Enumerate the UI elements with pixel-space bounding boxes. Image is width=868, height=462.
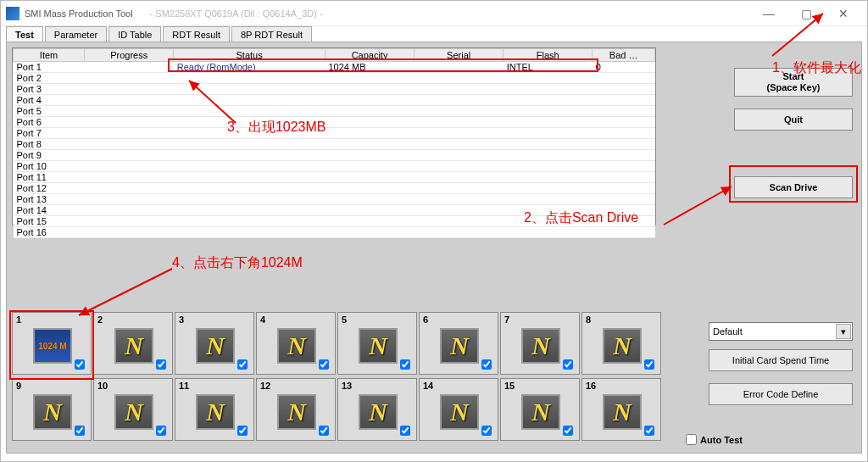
slot-checkbox[interactable] (237, 359, 248, 370)
port-table[interactable]: Item Progress Status Capacity Serial Fla… (12, 47, 656, 225)
slot-chip[interactable]: N (33, 394, 72, 430)
slot-15[interactable]: 15N (500, 378, 580, 441)
slot-8[interactable]: 8N (581, 312, 661, 375)
table-row[interactable]: Port 4 (14, 95, 655, 106)
maximize-button[interactable]: ▢ (787, 2, 825, 25)
slot-chip[interactable]: N (359, 394, 398, 430)
slot-chip[interactable]: N (521, 328, 560, 364)
slot-chip[interactable]: N (359, 328, 398, 364)
slot-chip[interactable]: N (114, 394, 153, 430)
quit-button[interactable]: Quit (734, 109, 853, 131)
table-row[interactable]: Port 1Ready (RomMode)1024 MBINTEL0 (14, 62, 655, 73)
slot-chip[interactable]: N (603, 328, 642, 364)
slot-checkbox[interactable] (156, 359, 166, 370)
slot-2[interactable]: 2N (93, 312, 173, 375)
slot-checkbox[interactable] (563, 426, 573, 436)
slot-16[interactable]: 16N (581, 378, 661, 441)
table-row[interactable]: Port 15 (14, 216, 655, 227)
mode-dropdown[interactable]: Default ▾ (709, 322, 853, 341)
slot-12[interactable]: 12N (256, 378, 336, 441)
slot-chip[interactable]: N (277, 328, 316, 364)
col-flash[interactable]: Flash (504, 49, 593, 62)
auto-test-checkbox[interactable]: Auto Test (682, 431, 743, 448)
slot-checkbox[interactable] (319, 426, 329, 436)
dropdown-arrow-icon[interactable]: ▾ (836, 324, 851, 339)
slot-11[interactable]: 11N (175, 378, 254, 441)
table-row[interactable]: Port 11 (14, 172, 655, 183)
table-row[interactable]: Port 13 (14, 194, 655, 205)
app-title: SMI Mass Production Tool (25, 8, 133, 19)
table-row[interactable]: Port 2 (14, 73, 655, 84)
slot-chip[interactable]: N (196, 328, 235, 364)
slot-chip[interactable]: N (603, 394, 642, 430)
col-serial[interactable]: Serial (415, 49, 504, 62)
slot-5[interactable]: 5N (337, 312, 417, 375)
slot-checkbox[interactable] (400, 359, 410, 370)
table-cell (174, 183, 326, 194)
slot-chip[interactable]: N (521, 394, 560, 430)
tab-rdt-result[interactable]: RDT Result (163, 26, 230, 42)
slot-number: 13 (342, 381, 352, 391)
close-button[interactable]: ✕ (825, 2, 862, 25)
slot-chip[interactable]: N (440, 328, 479, 364)
slot-6[interactable]: 6N (419, 312, 498, 375)
col-progress[interactable]: Progress (85, 49, 174, 62)
slot-checkbox[interactable] (237, 426, 248, 436)
table-row[interactable]: Port 7 (14, 128, 655, 139)
table-row[interactable]: Port 5 (14, 106, 655, 117)
table-cell: 0 (593, 62, 655, 73)
tab-parameter[interactable]: Parameter (45, 26, 107, 42)
table-row[interactable]: Port 9 (14, 150, 655, 161)
table-row[interactable]: Port 12 (14, 183, 655, 194)
table-cell (174, 194, 326, 205)
slot-13[interactable]: 13N (337, 378, 417, 441)
slot-checkbox[interactable] (644, 359, 654, 370)
slot-checkbox[interactable] (644, 426, 654, 436)
slot-checkbox[interactable] (75, 426, 85, 436)
slot-checkbox[interactable] (400, 426, 410, 436)
table-cell: Port 2 (14, 73, 85, 84)
slot-chip[interactable]: 1024 M (33, 328, 72, 364)
start-button[interactable]: Start (Space Key) (734, 68, 853, 97)
slot-14[interactable]: 14N (419, 378, 498, 441)
slot-checkbox[interactable] (481, 359, 492, 370)
error-code-button[interactable]: Error Code Define (709, 383, 853, 405)
slot-4[interactable]: 4N (256, 312, 336, 375)
tab-idtable[interactable]: ID Table (108, 26, 161, 42)
table-row[interactable]: Port 8 (14, 139, 655, 150)
table-row[interactable]: Port 6 (14, 117, 655, 128)
slot-9[interactable]: 9N (12, 378, 92, 441)
tab-test[interactable]: Test (6, 26, 43, 42)
svg-line-0 (664, 186, 732, 225)
slot-checkbox[interactable] (75, 359, 85, 370)
slot-chip[interactable]: N (196, 394, 235, 430)
table-row[interactable]: Port 16 (14, 227, 655, 238)
titlebar[interactable]: SMI Mass Production Tool - SM2258XT Q061… (1, 1, 867, 26)
slot-chip[interactable]: N (114, 328, 153, 364)
slot-number: 16 (586, 381, 596, 391)
auto-test-input[interactable] (686, 434, 697, 445)
col-bad[interactable]: Bad … (593, 49, 655, 62)
slot-3[interactable]: 3N (175, 312, 254, 375)
col-item[interactable]: Item (14, 49, 85, 62)
minimize-button[interactable]: — (750, 2, 787, 25)
slot-7[interactable]: 7N (500, 312, 580, 375)
table-row[interactable]: Port 10 (14, 161, 655, 172)
col-capacity[interactable]: Capacity (325, 49, 414, 62)
slot-chip[interactable]: N (440, 394, 479, 430)
tab-8p-rdt-result[interactable]: 8P RDT Result (231, 26, 312, 42)
initial-card-button[interactable]: Initial Card Spend Time (709, 349, 853, 371)
table-cell (85, 106, 174, 117)
slot-checkbox[interactable] (563, 359, 573, 370)
slot-1[interactable]: 11024 M (12, 312, 92, 375)
col-status[interactable]: Status (174, 49, 326, 62)
slot-10[interactable]: 10N (93, 378, 173, 441)
annotation-arrow-2-icon (659, 182, 736, 233)
slot-checkbox[interactable] (481, 426, 492, 436)
slot-chip[interactable]: N (277, 394, 316, 430)
table-row[interactable]: Port 14 (14, 205, 655, 216)
slot-checkbox[interactable] (156, 426, 166, 436)
scan-drive-button[interactable]: Scan Drive (734, 176, 853, 198)
table-row[interactable]: Port 3 (14, 84, 655, 95)
slot-checkbox[interactable] (319, 359, 329, 370)
